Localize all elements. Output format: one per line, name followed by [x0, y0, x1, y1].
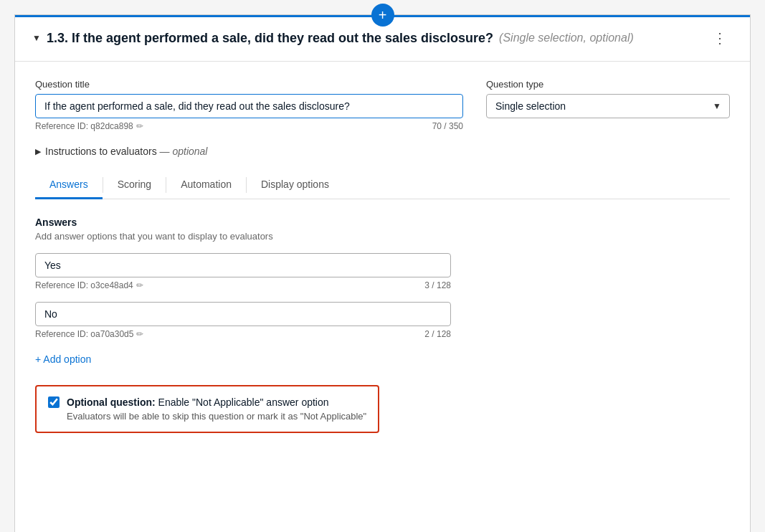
optional-question-subtext: Evaluators will be able to skip this que…: [67, 411, 366, 422]
question-title-input[interactable]: [35, 94, 463, 118]
collapse-arrow-icon[interactable]: ▼: [32, 33, 41, 43]
question-menu-icon[interactable]: ⋮: [707, 27, 733, 49]
answer-row-yes: [35, 253, 730, 277]
question-title-label: Question title: [35, 79, 463, 90]
tab-answers[interactable]: Answers: [35, 171, 103, 199]
question-type-select[interactable]: Single selectionMultiple selectionTextNu…: [486, 94, 730, 118]
question-char-count: 70 / 350: [432, 121, 463, 131]
answers-section-subtitle: Add answer options that you want to disp…: [35, 231, 730, 242]
answer-input-no[interactable]: [35, 302, 451, 326]
answers-section-title: Answers: [35, 217, 730, 228]
add-option-button[interactable]: + Add option: [35, 351, 91, 368]
answer-row-no: [35, 302, 730, 326]
optional-question-box: Optional question: Enable "Not Applicabl…: [35, 385, 379, 433]
optional-question-checkbox[interactable]: [48, 396, 60, 408]
instructions-expand-icon: ▶: [35, 147, 41, 156]
question-ref-edit-icon[interactable]: ✏: [136, 121, 143, 131]
instructions-label: Instructions to evaluators — optional: [45, 146, 207, 157]
tabs-row: Answers Scoring Automation Display optio…: [35, 171, 730, 199]
tab-automation[interactable]: Automation: [166, 171, 246, 199]
answer-yes-ref-id: Reference ID: o3ce48ad4 ✏: [35, 280, 143, 290]
answer-yes-char-count: 3 / 128: [424, 280, 451, 290]
answer-no-char-count: 2 / 128: [424, 329, 451, 339]
answer-yes-ref-row: Reference ID: o3ce48ad4 ✏ 3 / 128: [35, 280, 451, 290]
question-ref-id: Reference ID: q82dca898 ✏: [35, 121, 143, 131]
instructions-row[interactable]: ▶ Instructions to evaluators — optional: [35, 146, 730, 157]
question-type-select-wrapper: Single selectionMultiple selectionTextNu…: [486, 94, 730, 118]
question-number: 1.3. If the agent performed a sale, did …: [47, 31, 493, 46]
question-meta: (Single selection, optional): [499, 32, 634, 44]
tab-display-options[interactable]: Display options: [247, 171, 343, 199]
answer-input-yes[interactable]: [35, 253, 451, 277]
optional-question-row: Optional question: Enable "Not Applicabl…: [48, 396, 366, 408]
question-type-label: Question type: [486, 79, 730, 90]
answer-no-ref-id: Reference ID: oa70a30d5 ✏: [35, 329, 143, 339]
tab-scoring[interactable]: Scoring: [103, 171, 166, 199]
add-section-top-button[interactable]: +: [371, 4, 394, 27]
optional-question-label: Optional question: Enable "Not Applicabl…: [67, 396, 329, 408]
answer-no-ref-row: Reference ID: oa70a30d5 ✏ 2 / 128: [35, 329, 451, 339]
answer-yes-edit-icon[interactable]: ✏: [136, 280, 143, 290]
answer-no-edit-icon[interactable]: ✏: [136, 329, 143, 339]
answers-section: Answers Add answer options that you want…: [35, 217, 730, 433]
